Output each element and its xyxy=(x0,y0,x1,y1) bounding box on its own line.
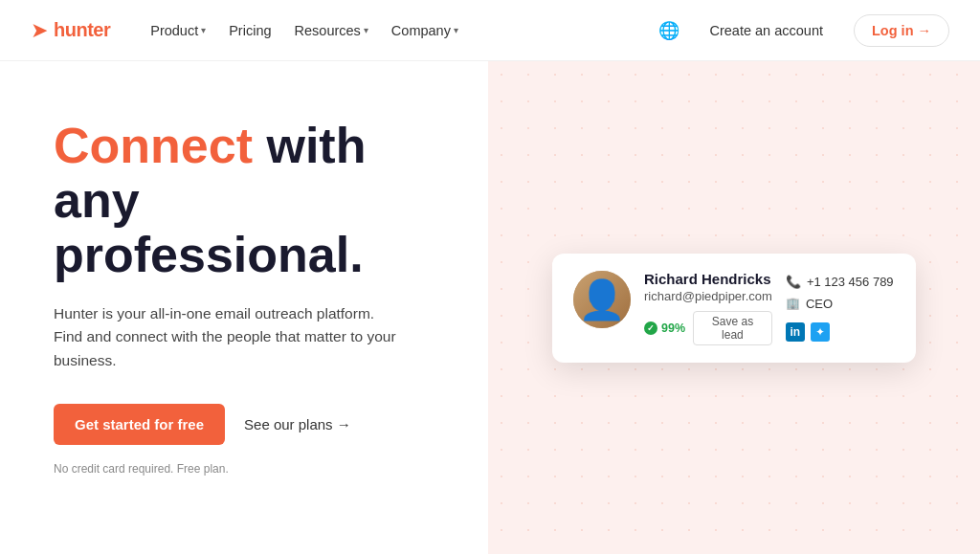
save-lead-button[interactable]: Save as lead xyxy=(693,311,772,345)
chevron-down-icon: ▾ xyxy=(201,25,206,35)
nav-pricing[interactable]: Pricing xyxy=(219,15,280,46)
navbar: ➤ hunter Product ▾ Pricing Resources ▾ C… xyxy=(0,0,980,61)
profile-name: Richard Hendricks xyxy=(644,271,772,287)
chevron-down-icon: ▾ xyxy=(454,25,458,35)
get-started-button[interactable]: Get started for free xyxy=(54,404,225,445)
twitter-icon[interactable]: ✦ xyxy=(811,322,830,342)
confidence-badge: ✓ 99% xyxy=(644,321,685,335)
avatar xyxy=(573,271,631,328)
linkedin-icon[interactable]: in xyxy=(786,322,805,342)
login-button[interactable]: Log in → xyxy=(854,14,949,47)
profile-right: 📞 +1 123 456 789 🏢 CEO in ✦ xyxy=(786,271,901,345)
hero-title: Connect withany professional. xyxy=(54,119,442,283)
brand-name: hunter xyxy=(54,19,110,41)
chevron-down-icon: ▾ xyxy=(364,25,368,35)
hero-cta: Get started for free See our plans → xyxy=(54,404,442,445)
main-layout: Connect withany professional. Hunter is … xyxy=(0,61,980,554)
social-icons: in ✦ xyxy=(786,322,901,342)
profile-info: Richard Hendricks richard@piedpiper.com … xyxy=(644,271,772,345)
profile-email: richard@piedpiper.com xyxy=(644,289,772,303)
globe-icon[interactable]: 🌐 xyxy=(658,20,679,41)
see-plans-button[interactable]: See our plans → xyxy=(244,416,351,432)
hero-section: Connect withany professional. Hunter is … xyxy=(0,61,488,554)
profile-card: Richard Hendricks richard@piedpiper.com … xyxy=(552,254,916,363)
check-icon: ✓ xyxy=(644,321,657,335)
create-account-button[interactable]: Create an account xyxy=(695,15,839,46)
logo-icon: ➤ xyxy=(31,18,48,43)
hero-title-orange: Connect xyxy=(54,118,253,173)
nav-links: Product ▾ Pricing Resources ▾ Company ▾ xyxy=(141,15,657,46)
hero-right-panel: Richard Hendricks richard@piedpiper.com … xyxy=(488,61,980,554)
profile-role: 🏢 CEO xyxy=(786,297,901,311)
profile-phone: 📞 +1 123 456 789 xyxy=(786,275,901,289)
avatar-image xyxy=(573,271,631,328)
profile-badges: ✓ 99% Save as lead xyxy=(644,311,772,345)
nav-right: 🌐 Create an account Log in → xyxy=(658,14,950,47)
phone-icon: 📞 xyxy=(786,275,801,289)
nav-resources[interactable]: Resources ▾ xyxy=(285,15,378,46)
no-credit-card-note: No credit card required. Free plan. xyxy=(54,462,442,476)
hero-subtitle: Hunter is your all-in-one email outreach… xyxy=(54,302,398,373)
building-icon: 🏢 xyxy=(786,297,800,310)
nav-product[interactable]: Product ▾ xyxy=(141,15,215,46)
logo[interactable]: ➤ hunter xyxy=(31,18,110,43)
nav-company[interactable]: Company ▾ xyxy=(382,15,468,46)
